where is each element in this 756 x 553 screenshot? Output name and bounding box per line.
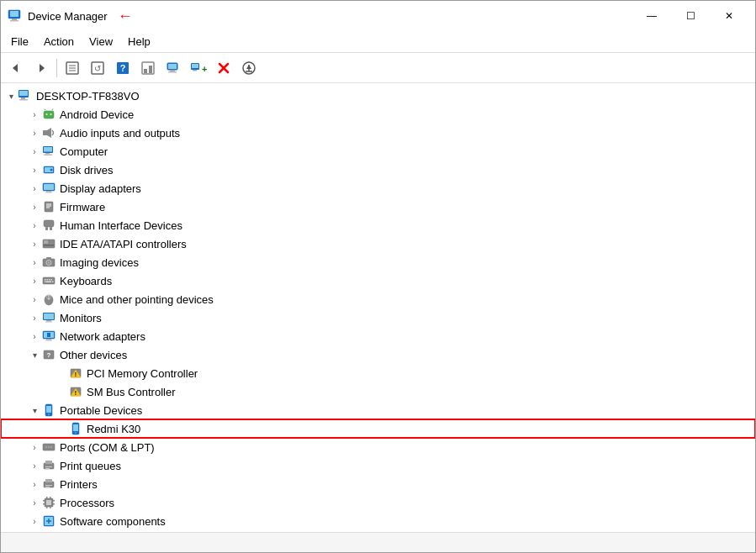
show-device-tree-button[interactable] [61,56,84,80]
back-button[interactable] [4,56,28,80]
close-button[interactable]: ✕ [710,3,748,29]
expand-icon-other[interactable]: ▾ [28,348,41,361]
tree-item-android[interactable]: › Android Device [1,105,755,124]
root-label: DESKTOP-TF838VO [36,90,140,103]
remove-button[interactable] [212,56,235,80]
tree-item-ide[interactable]: › IDE ATA/ATAPI controllers [1,234,755,253]
tree-item-swcomp[interactable]: › Software components [1,512,755,530]
tree-root[interactable]: ▾ DESKTOP-TF838VO [1,87,755,105]
expand-icon-portable[interactable]: ▾ [28,403,41,417]
expand-icon-ide[interactable]: › [28,237,41,250]
computer-icon [41,144,56,159]
tree-item-disk[interactable]: › Disk drives [1,161,755,179]
svg-rect-121 [53,503,55,505]
download-button[interactable] [237,56,261,80]
tree-item-portable[interactable]: ▾ Portable Devices [1,401,755,419]
svg-rect-117 [50,507,51,508]
tree-item-processors[interactable]: › Processors [1,493,755,512]
svg-marker-4 [13,64,18,72]
properties-button[interactable] [136,56,160,80]
svg-rect-72 [45,282,46,283]
tree-item-redmi[interactable]: › Redmi K30 [1,419,755,438]
expand-icon-hid[interactable]: › [28,219,41,232]
expand-icon-network[interactable]: › [28,329,41,343]
expand-icon-ports[interactable]: › [28,440,41,454]
menu-help[interactable]: Help [121,33,157,50]
svg-line-39 [52,109,53,111]
svg-rect-1 [10,11,19,17]
swcomp-icon [41,514,56,529]
expand-icon-disk[interactable]: › [28,163,41,176]
device-tree[interactable]: ▾ DESKTOP-TF838VO › [1,83,755,532]
svg-rect-3 [10,20,19,22]
window-controls: — ☐ ✕ [632,3,748,29]
ide-label: IDE ATA/ATAPI controllers [60,238,187,250]
network-icon [41,329,56,344]
svg-rect-95 [46,406,51,413]
menu-view[interactable]: View [82,33,119,50]
expand-icon-printq[interactable]: › [28,459,41,472]
forward-button[interactable] [29,56,53,80]
expand-icon-imaging[interactable]: › [28,255,41,269]
tree-item-printq[interactable]: › Print queues [1,456,755,475]
menubar: File Action View Help [1,31,755,53]
expand-icon-processors[interactable]: › [28,496,41,509]
tree-item-hid[interactable]: › Human Interface Devices [1,216,755,234]
expand-icon-computer[interactable]: › [28,145,41,158]
smbus-label: SM Bus Controller [87,386,175,398]
svg-marker-41 [47,128,51,138]
svg-text:?: ? [120,63,126,73]
expand-icon-keyboards[interactable]: › [28,274,41,287]
tree-item-imaging[interactable]: › Imaging devices [1,253,755,271]
svg-rect-57 [44,220,54,227]
maximize-button[interactable]: ☐ [671,3,710,29]
svg-text:+: + [202,64,207,74]
tree-item-audio[interactable]: › Audio inputs and outputs [1,124,755,142]
tree-item-network[interactable]: › Network adapters [1,327,755,345]
tree-item-smbus[interactable]: › ! SM Bus Controller [1,382,755,401]
processors-icon [41,495,56,510]
svg-point-48 [50,169,53,171]
tree-item-printers[interactable]: › Printers [1,475,755,493]
printq-icon [41,458,56,473]
expand-icon-root[interactable]: ▾ [4,89,18,103]
tree-item-pci[interactable]: › ! PCI Memory Controller [1,364,755,382]
toolbar-separator-1 [56,59,57,77]
svg-rect-20 [168,71,177,73]
expand-icon-printers[interactable]: › [28,477,41,491]
tree-item-firmware[interactable]: › Firmware [1,198,755,216]
expand-icon-swcomp[interactable]: › [28,514,41,528]
computer-button[interactable] [161,56,185,80]
expand-icon-android[interactable]: › [28,108,41,121]
svg-line-38 [45,109,45,111]
expand-icon-monitors[interactable]: › [28,311,41,324]
menu-action[interactable]: Action [37,33,81,50]
svg-point-96 [48,413,50,415]
tree-item-other[interactable]: ▾ ? Other devices [1,345,755,364]
svg-rect-70 [49,279,50,281]
svg-point-103 [50,446,52,448]
help-button[interactable]: ? [111,56,135,80]
tree-item-display[interactable]: › Display adapters [1,179,755,198]
install-button[interactable]: + [187,56,210,80]
minimize-button[interactable]: — [632,3,671,29]
expand-icon-display[interactable]: › [28,182,41,195]
refresh-button[interactable]: ↺ [86,56,109,80]
expand-icon-firmware[interactable]: › [28,200,41,213]
other-label: Other devices [60,349,127,361]
tree-item-monitors[interactable]: › Monitors [1,308,755,327]
svg-rect-98 [73,424,78,431]
expand-icon-audio[interactable]: › [28,126,41,140]
tree-item-computer[interactable]: › Computer [1,142,755,161]
content-area: ▾ DESKTOP-TF838VO › [1,83,755,532]
window-icon [8,8,23,24]
menu-file[interactable]: File [4,33,35,50]
tree-item-keyboards[interactable]: › Keyboards [1,271,755,290]
tree-item-ports[interactable]: › Ports (COM & LPT) [1,438,755,456]
tree-item-mice[interactable]: › Mice and other pointing devices [1,290,755,308]
svg-rect-67 [43,277,55,284]
printq-label: Print queues [60,460,121,472]
redmi-icon [68,421,83,436]
expand-icon-mice[interactable]: › [28,292,41,306]
svg-rect-80 [45,322,52,323]
